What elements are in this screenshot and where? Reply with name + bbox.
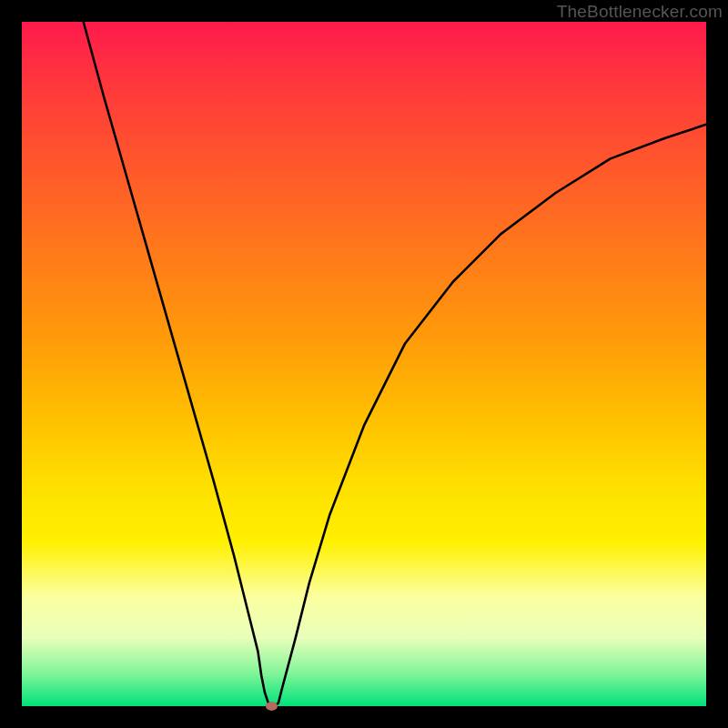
optimum-marker <box>266 702 278 711</box>
chart-frame: TheBottlenecker.com <box>0 0 728 728</box>
bottleneck-curve <box>84 22 706 706</box>
watermark-text: TheBottlenecker.com <box>557 2 723 22</box>
curve-layer <box>22 22 706 706</box>
